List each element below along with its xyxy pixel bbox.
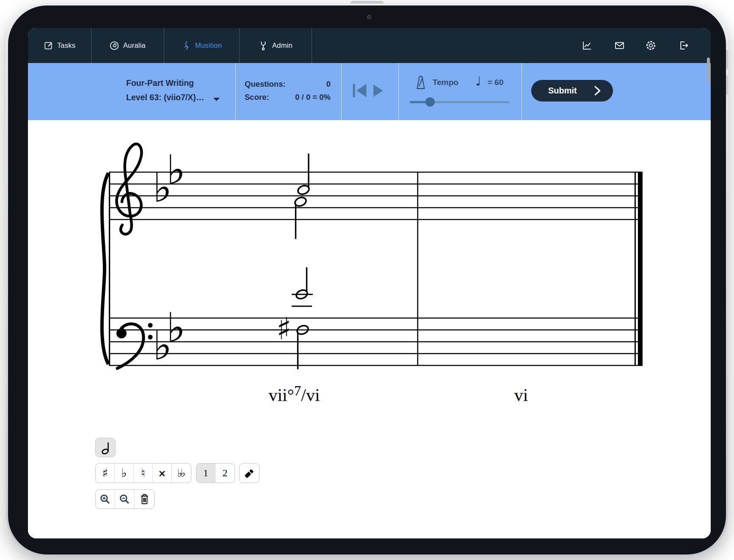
settings-gear-icon[interactable] xyxy=(645,40,657,51)
slider-thumb[interactable] xyxy=(425,97,435,107)
front-camera xyxy=(367,15,372,19)
tab-label: Admin xyxy=(272,41,292,49)
accidentals-group: ♯ ♭ ♮ × ♭♭ xyxy=(95,463,191,483)
sharp-button[interactable]: ♯ xyxy=(96,464,115,483)
exercise-header: Four-Part Writing Level 63: (viio7/X)… Q… xyxy=(28,63,711,120)
zoom-out-icon xyxy=(119,494,130,505)
double-sharp-button[interactable]: × xyxy=(153,464,172,483)
delete-button[interactable] xyxy=(135,490,154,508)
score-value: 0 / 0 = 0% xyxy=(295,91,331,104)
quarter-note-icon: ♩ xyxy=(475,74,481,88)
final-barline-thin xyxy=(635,172,636,366)
app-screen: Tasks Auralia Musition xyxy=(28,28,711,538)
zoom-in-button[interactable] xyxy=(96,490,115,508)
double-sharp-glyph: × xyxy=(158,468,166,479)
sharp-glyph: ♯ xyxy=(276,311,291,346)
tablet-frame: Tasks Auralia Musition xyxy=(6,3,728,557)
scrollbar[interactable] xyxy=(707,58,710,82)
treble-clef xyxy=(116,144,141,234)
score-canvas[interactable]: ♭ ♭ ♭ ♭ xyxy=(87,137,650,408)
tab-label: Tasks xyxy=(57,41,75,49)
divider xyxy=(522,63,522,120)
logout-icon[interactable] xyxy=(678,40,689,51)
tempo-slider[interactable] xyxy=(410,97,510,107)
tab-musition[interactable]: Musition xyxy=(164,28,240,63)
stats-chart-icon[interactable] xyxy=(581,40,593,51)
note-soprano-c5 xyxy=(297,154,310,196)
chevron-right-icon xyxy=(594,85,601,96)
sharp-glyph: ♯ xyxy=(102,466,108,480)
page: Tasks Auralia Musition xyxy=(0,0,734,560)
play-button[interactable] xyxy=(373,84,384,99)
compose-icon xyxy=(44,41,53,50)
natural-glyph: ♮ xyxy=(141,466,145,480)
chevron-down-icon[interactable] xyxy=(213,96,220,103)
eraser-icon xyxy=(244,468,255,479)
note-tenor-e4 xyxy=(292,267,313,306)
tempo-label: Tempo xyxy=(433,78,458,87)
exercise-title: Four-Part Writing xyxy=(126,76,204,90)
skip-to-start-button[interactable] xyxy=(352,83,367,100)
final-barline-thick xyxy=(638,172,643,366)
chord-label-1: vii°7/vi xyxy=(268,383,320,405)
measure-barline xyxy=(417,172,419,366)
voice-group: 1 2 xyxy=(196,463,235,483)
voice-2-label: 2 xyxy=(223,467,228,479)
chord-label-2: vi xyxy=(514,385,528,405)
tab-label: Auralia xyxy=(123,41,146,49)
tab-auralia[interactable]: Auralia xyxy=(91,28,164,63)
questions-value: 0 xyxy=(326,77,331,91)
messages-envelope-icon[interactable] xyxy=(614,40,625,51)
half-note-icon xyxy=(100,440,111,455)
top-navbar: Tasks Auralia Musition xyxy=(28,28,711,63)
natural-button[interactable]: ♮ xyxy=(134,464,153,483)
tab-tasks[interactable]: Tasks xyxy=(28,28,91,63)
note-bass-fsharp3: ♯ xyxy=(276,311,309,369)
score-label: Score: xyxy=(245,91,269,104)
key-signature: ♭ ♭ ♭ ♭ xyxy=(153,146,185,369)
duration-group xyxy=(95,438,116,457)
tablet-bezel: Tasks Auralia Musition xyxy=(8,5,726,555)
wrench-icon xyxy=(258,41,268,51)
ear-spiral-icon xyxy=(109,41,119,51)
tab-label: Musition xyxy=(195,41,222,49)
zoom-out-button[interactable] xyxy=(115,490,135,508)
zoom-group xyxy=(95,489,155,509)
flat-glyph: ♭ xyxy=(121,466,127,480)
eraser-button[interactable] xyxy=(240,464,259,483)
voice-2-button[interactable]: 2 xyxy=(215,464,235,483)
note-alto-a4 xyxy=(294,196,307,239)
double-flat-button[interactable]: ♭♭ xyxy=(172,464,191,483)
flat-glyph: ♭ xyxy=(166,304,185,351)
music-swirl-icon xyxy=(181,41,191,51)
submit-button[interactable]: Submit xyxy=(531,80,613,102)
stats-block: Questions: 0 Score: 0 / 0 = 0% xyxy=(245,77,331,104)
voice-1-label: 1 xyxy=(203,467,208,479)
divider xyxy=(235,63,236,120)
questions-label: Questions: xyxy=(245,77,286,91)
voice-1-button[interactable]: 1 xyxy=(196,464,215,483)
treble-staff xyxy=(109,172,643,220)
level-label: Level 63: (viio7/X)… xyxy=(126,90,204,104)
eraser-group xyxy=(239,463,259,483)
trash-icon xyxy=(139,493,150,505)
system-barline xyxy=(109,172,110,366)
flat-glyph: ♭ xyxy=(166,146,185,194)
divider xyxy=(341,63,342,120)
level-selector[interactable]: Four-Part Writing Level 63: (viio7/X)… xyxy=(126,76,204,104)
divider xyxy=(398,63,399,120)
flat-button[interactable]: ♭ xyxy=(115,464,134,483)
grand-staff-brace xyxy=(102,173,108,364)
bass-staff xyxy=(109,318,643,365)
submit-label: Submit xyxy=(548,86,577,96)
tempo-value: = 60 xyxy=(488,78,504,87)
zoom-in-icon xyxy=(99,494,111,505)
main-content: ♭ ♭ ♭ ♭ xyxy=(28,120,711,538)
tab-admin[interactable]: Admin xyxy=(239,28,312,63)
double-flat-glyph: ♭♭ xyxy=(177,467,184,479)
half-note-button[interactable] xyxy=(96,438,115,457)
metronome-icon xyxy=(415,75,427,91)
